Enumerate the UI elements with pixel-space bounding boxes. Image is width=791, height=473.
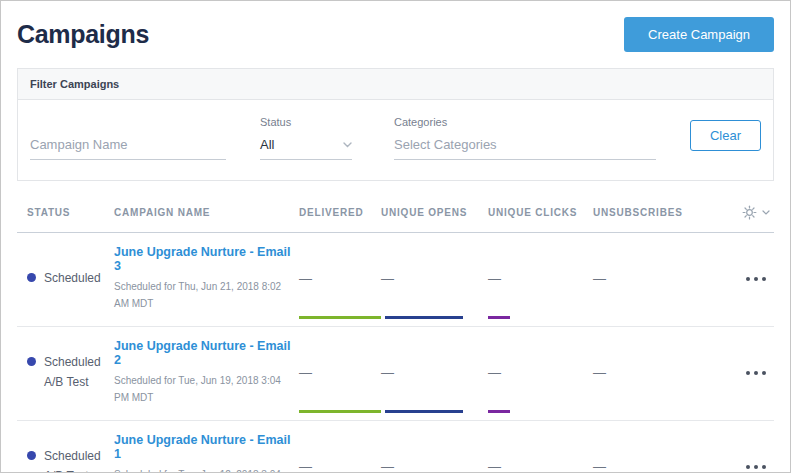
unique-opens-bar (385, 316, 463, 319)
unique-opens-bar (385, 410, 463, 413)
gear-icon[interactable] (742, 205, 757, 220)
status-text: Scheduled (44, 271, 101, 285)
campaign-link[interactable]: June Upgrade Nurture - Email 2 (114, 339, 299, 367)
campaigns-table: STATUS CAMPAIGN NAME DELIVERED UNIQUE OP… (17, 205, 774, 473)
filter-panel: Filter Campaigns Status All Categories C… (17, 68, 774, 181)
status-selected-value: All (260, 137, 274, 152)
campaign-name-cell: June Upgrade Nurture - Email 2 Scheduled… (114, 339, 299, 406)
campaign-schedule-text: Scheduled for Tue, Jun 19, 2018 3:04 PM … (114, 372, 294, 406)
scheduled-status-dot-icon (27, 451, 36, 460)
table-settings-control[interactable] (697, 205, 774, 220)
unique-clicks-bar (488, 410, 510, 413)
unique-clicks-value: — (488, 271, 593, 286)
column-header-unique-opens: UNIQUE OPENS (381, 207, 488, 218)
column-header-unique-clicks: UNIQUE CLICKS (488, 207, 593, 218)
status-label: Status (260, 116, 352, 128)
table-row: Scheduled A/B Test June Upgrade Nurture … (17, 421, 774, 473)
status-text: Scheduled (44, 355, 101, 369)
campaign-schedule-text: Scheduled for Tue, Jun 12, 2018 3:04 PM … (114, 466, 294, 473)
table-header-row: STATUS CAMPAIGN NAME DELIVERED UNIQUE OP… (17, 205, 774, 233)
status-cell: Scheduled (17, 269, 114, 288)
campaign-name-cell: June Upgrade Nurture - Email 1 Scheduled… (114, 433, 299, 473)
campaign-link[interactable]: June Upgrade Nurture - Email 3 (114, 245, 299, 273)
unique-opens-value: — (381, 459, 488, 473)
delivered-value: — (299, 365, 381, 380)
filter-body: Status All Categories Clear (18, 100, 773, 180)
status-subtext: A/B Test (44, 375, 88, 389)
unique-opens-value: — (381, 271, 488, 286)
row-actions-menu-icon[interactable] (697, 371, 774, 375)
column-header-campaign-name: CAMPAIGN NAME (114, 207, 299, 218)
column-header-unsubscribes: UNSUBSCRIBES (593, 207, 697, 218)
categories-field: Categories (394, 116, 656, 160)
delivered-value: — (299, 271, 381, 286)
unsubscribes-value: — (593, 365, 697, 380)
scheduled-status-dot-icon (27, 357, 36, 366)
status-cell: Scheduled A/B Test (17, 447, 114, 473)
unique-clicks-value: — (488, 365, 593, 380)
page-title: Campaigns (17, 20, 149, 49)
delivered-bar (299, 316, 381, 319)
categories-input[interactable] (394, 133, 656, 160)
campaign-link[interactable]: June Upgrade Nurture - Email 1 (114, 433, 299, 461)
campaigns-page: Campaigns Create Campaign Filter Campaig… (0, 0, 791, 473)
status-select[interactable]: All (260, 133, 352, 160)
column-header-delivered: DELIVERED (299, 207, 381, 218)
column-header-status: STATUS (17, 207, 114, 218)
campaign-name-field (30, 133, 226, 160)
status-field: Status All (260, 116, 352, 160)
delivered-value: — (299, 459, 381, 473)
table-row: Scheduled A/B Test June Upgrade Nurture … (17, 327, 774, 421)
campaign-schedule-text: Scheduled for Thu, Jun 21, 2018 8:02 AM … (114, 278, 294, 312)
scheduled-status-dot-icon (27, 273, 36, 282)
chevron-down-icon (762, 210, 770, 215)
unique-opens-value: — (381, 365, 488, 380)
create-campaign-button[interactable]: Create Campaign (624, 17, 774, 52)
categories-label: Categories (394, 116, 656, 128)
delivered-bar (299, 410, 381, 413)
filter-panel-title: Filter Campaigns (18, 69, 773, 100)
chevron-down-icon (343, 142, 352, 148)
row-actions-menu-icon[interactable] (697, 465, 774, 469)
row-actions-menu-icon[interactable] (697, 277, 774, 281)
unsubscribes-value: — (593, 271, 697, 286)
unique-clicks-value: — (488, 459, 593, 473)
unsubscribes-value: — (593, 459, 697, 473)
status-cell: Scheduled A/B Test (17, 353, 114, 391)
unique-clicks-bar (488, 316, 510, 319)
campaign-name-input[interactable] (30, 133, 226, 160)
top-bar: Campaigns Create Campaign (1, 1, 790, 62)
status-subtext: A/B Test (44, 469, 88, 473)
status-text: Scheduled (44, 449, 101, 463)
clear-filters-button[interactable]: Clear (690, 120, 761, 151)
campaign-name-cell: June Upgrade Nurture - Email 3 Scheduled… (114, 245, 299, 312)
table-row: Scheduled June Upgrade Nurture - Email 3… (17, 233, 774, 327)
